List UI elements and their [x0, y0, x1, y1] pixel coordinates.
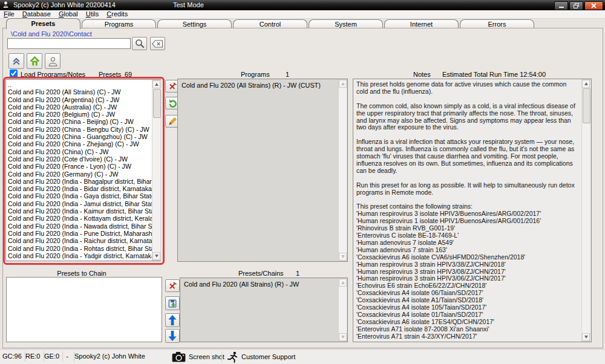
triangle-up-icon — [155, 83, 159, 86]
presets-to-chain-listbox[interactable] — [6, 277, 162, 342]
menu-global[interactable]: Global — [59, 10, 78, 18]
screenshot-label: Screen shot — [189, 353, 224, 360]
minimize-button[interactable] — [554, 1, 568, 10]
list-item[interactable]: Cold and Flu 2020 (All Strains) (R) - JW — [184, 281, 347, 288]
customer-support-button[interactable]: Customer Support — [227, 351, 295, 363]
programs-list[interactable]: Cold and Flu 2020 (All Strains) (R) - JW… — [177, 79, 348, 262]
green-arrow-icon — [168, 99, 177, 108]
tab-presets[interactable]: Presets — [6, 18, 80, 29]
chain-move-down-button[interactable] — [165, 329, 180, 343]
scroll-up-button[interactable] — [339, 279, 347, 287]
pencil-icon — [168, 117, 177, 126]
double-chevron-up-icon — [11, 56, 21, 66]
menubar: File Database Global Utils Credits — [0, 10, 605, 19]
runner-icon — [227, 351, 238, 363]
menu-file[interactable]: File — [4, 10, 15, 18]
scroll-down-button[interactable] — [582, 333, 590, 341]
test-mode-label: Test Mode — [173, 1, 204, 8]
up-arrow-icon — [168, 315, 177, 325]
list-item[interactable]: Cold and Flu 2020 (All Strains) (R) - JW… — [182, 82, 347, 89]
notes-text: This preset holds genome data for active… — [356, 81, 579, 340]
close-icon — [591, 3, 597, 8]
chain-remove-button[interactable] — [165, 279, 180, 292]
backspace-icon — [152, 40, 163, 48]
red-x-icon — [168, 281, 177, 290]
down-arrow-icon — [168, 331, 177, 341]
scroll-thumb[interactable] — [583, 88, 590, 123]
search-icon — [134, 38, 145, 49]
gc-count: GC:96 — [0, 351, 25, 362]
scroll-down-button[interactable] — [339, 253, 347, 261]
presets-list-scrollbar[interactable] — [152, 80, 161, 261]
triangle-up-icon — [341, 281, 345, 284]
programs-label: Programs — [241, 71, 270, 78]
presets-chains-scrollbar[interactable] — [338, 278, 347, 342]
menu-utils[interactable]: Utils — [86, 10, 99, 18]
minimize-icon — [559, 7, 564, 8]
tabstrip: PresetsProgramsSettingsControlSystemInte… — [6, 18, 535, 28]
clear-search-button[interactable] — [150, 37, 165, 50]
triangle-down-icon — [155, 255, 159, 258]
red-x-icon — [168, 82, 177, 91]
triangle-down-icon — [584, 336, 588, 339]
programs-scrollbar[interactable] — [338, 79, 347, 261]
scroll-down-button[interactable] — [339, 333, 347, 341]
statusbar-separator — [221, 351, 222, 362]
presets-chains-label: Presets/Chains — [238, 270, 284, 277]
statusbar-app-title: Spooky2 (c) John White 20200414 — [72, 351, 175, 362]
menu-credits[interactable]: Credits — [106, 10, 128, 18]
profile-button[interactable] — [45, 53, 60, 69]
search-button[interactable] — [132, 37, 147, 50]
scroll-up-button[interactable] — [582, 80, 590, 88]
scroll-down-button[interactable] — [152, 252, 160, 260]
scroll-up-button[interactable] — [339, 80, 347, 88]
chain-save-button[interactable] — [165, 296, 180, 310]
notes-box[interactable]: This preset holds genome data for active… — [353, 79, 592, 342]
re-count: RE:0 — [23, 351, 44, 362]
home-icon — [30, 56, 40, 67]
collapse-all-button[interactable] — [8, 53, 24, 69]
notes-label: Notes — [413, 71, 431, 78]
scroll-up-button[interactable] — [152, 80, 160, 88]
triangle-up-icon — [584, 82, 588, 85]
ge-count: GE:0 — [42, 351, 63, 362]
presets-list-highlight — [3, 77, 165, 265]
notes-scrollbar[interactable] — [581, 79, 590, 342]
triangle-up-icon — [341, 82, 345, 85]
camera-icon — [172, 352, 186, 362]
menu-database[interactable]: Database — [22, 10, 51, 18]
window-title: Spooky2 (c) John White 20200414 — [13, 1, 116, 8]
restore-button[interactable] — [569, 1, 583, 10]
chain-move-up-button[interactable] — [165, 313, 180, 327]
presets-to-chain-label: Presets to Chain — [0, 270, 163, 277]
screenshot-button[interactable]: Screen shot — [172, 351, 224, 363]
customer-support-label: Customer Support — [241, 353, 295, 360]
window-titlebar: Spooky2 (c) John White 20200414 Test Mod… — [0, 0, 605, 10]
presets-chains-list[interactable]: Cold and Flu 2020 (All Strains) (R) - JW — [180, 278, 348, 342]
close-button[interactable] — [584, 1, 603, 10]
breadcrumb: \Cold and Flu 2020\Contact — [11, 30, 92, 37]
search-input[interactable] — [7, 38, 131, 49]
statusbar: GC:96 RE:0 GE:0 - Spooky2 (c) John White… — [0, 349, 605, 364]
save-icon — [168, 299, 177, 308]
spooky2-window: Spooky2 (c) John White 20200414 Test Mod… — [0, 0, 605, 364]
triangle-down-icon — [341, 336, 345, 339]
restore-icon — [574, 3, 579, 8]
estimated-run-time-label: Estimated Total Run Time 12:54:00 — [442, 71, 546, 78]
triangle-down-icon — [341, 255, 345, 258]
person-icon — [48, 56, 58, 67]
presets-chains-count: 1 — [296, 270, 299, 277]
app-icon — [2, 1, 9, 10]
scroll-thumb[interactable] — [153, 89, 161, 118]
home-button[interactable] — [27, 53, 42, 69]
programs-count: 1 — [286, 71, 289, 78]
